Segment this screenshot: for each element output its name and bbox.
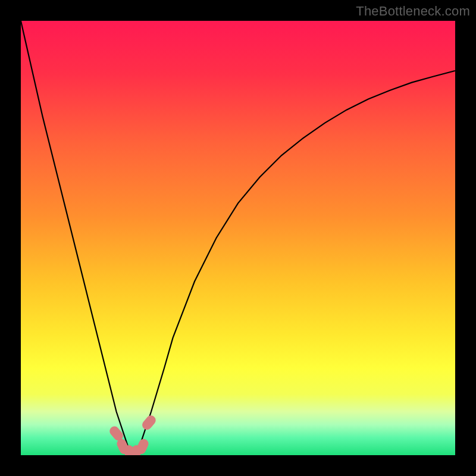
watermark-label: TheBottleneck.com (356, 4, 470, 19)
bottleneck-chart (21, 21, 455, 455)
gradient-background (21, 21, 455, 455)
chart-frame: TheBottleneck.com (0, 0, 476, 476)
